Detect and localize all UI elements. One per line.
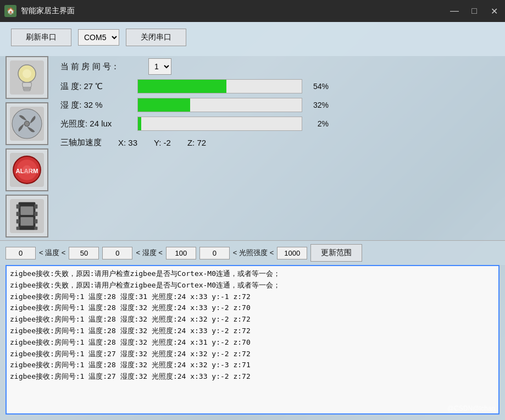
log-area[interactable]: zigbee接收:失败，原因:请用户检查zigbee是否与Cortex-M0连通… [5, 265, 500, 415]
humidity-min-input[interactable] [102, 247, 132, 259]
alarm-icon-box[interactable]: ALARM [5, 148, 48, 191]
svg-rect-11 [19, 202, 36, 230]
svg-rect-18 [35, 219, 38, 224]
temperature-progress-bg [137, 79, 302, 93]
range-controls-row: < 温度 < < 湿度 < < 光照强度 < 更新范围 [0, 240, 505, 265]
close-serial-button[interactable]: 关闭串口 [126, 29, 186, 46]
accel-label: 三轴加速度 [60, 137, 102, 148]
log-line: zigbee接收:失败，原因:请用户检查zigbee是否与Cortex-M0连通… [10, 268, 495, 280]
close-button[interactable]: ✕ [487, 4, 501, 18]
svg-rect-16 [35, 205, 38, 209]
log-line: zigbee接收:房间号:1 温度:27 湿度:32 光照度:24 x:32 y… [10, 349, 495, 360]
temperature-label: 温 度: 27 ℃ [60, 81, 132, 92]
light-range-label: < 光照强度 < [233, 248, 274, 258]
titlebar: 🏠 智能家居主界面 — □ ✕ [0, 0, 505, 22]
light-label: 光照度: 24 lux [60, 119, 132, 129]
minimize-button[interactable]: — [448, 4, 461, 18]
log-line: zigbee接收:房间号:1 温度:28 湿度:32 光照度:24 x:32 y… [10, 360, 495, 371]
temp-max-input[interactable] [69, 247, 99, 259]
log-line: zigbee接收:房间号:1 温度:28 湿度:32 光照度:24 x:33 y… [10, 325, 495, 337]
svg-rect-20 [20, 207, 33, 215]
humidity-max-input[interactable] [166, 247, 196, 259]
humidity-row: 湿 度: 32 % 32% [60, 98, 500, 112]
log-line: zigbee接收:房间号:1 温度:28 湿度:32 光照度:24 x:32 y… [10, 314, 495, 325]
svg-rect-2 [24, 89, 30, 91]
light-progress-fill [138, 117, 141, 130]
content-area: ALARM [0, 56, 505, 240]
light-min-input[interactable] [199, 247, 230, 259]
temp-min-input[interactable] [5, 247, 36, 259]
svg-point-3 [23, 69, 31, 78]
light-progress-bg [137, 117, 302, 131]
svg-rect-14 [16, 219, 20, 224]
door-icon [10, 199, 44, 233]
fan-icon [10, 107, 44, 141]
svg-point-6 [25, 121, 29, 126]
humidity-range-label: < 湿度 < [136, 248, 162, 258]
fan-icon-box[interactable] [5, 102, 48, 145]
svg-point-10 [23, 165, 32, 175]
light-row: 光照度: 24 lux 2% [60, 117, 500, 131]
log-line: zigbee接收:房间号:1 温度:28 湿度:32 光照度:24 x:31 y… [10, 337, 495, 349]
device-icons-column: ALARM [5, 56, 52, 237]
main-window: 刷新串口 COM5 COM1 COM2 COM3 COM4 关闭串口 [0, 22, 505, 420]
light-max-input[interactable] [277, 247, 307, 259]
room-row: 当 前 房 间 号： 1 2 3 4 [60, 58, 500, 75]
room-select[interactable]: 1 2 3 4 [148, 58, 171, 75]
app-icon: 🏠 [4, 5, 16, 17]
log-line: zigbee接收:房间号:1 温度:27 湿度:32 光照度:24 x:33 y… [10, 371, 495, 383]
controls-area: 刷新串口 COM5 COM1 COM2 COM3 COM4 关闭串口 [0, 22, 505, 56]
temp-range-label: < 温度 < [39, 248, 65, 258]
light-percent: 2% [308, 119, 329, 128]
humidity-percent: 32% [308, 101, 329, 109]
log-line: zigbee接收:房间号:1 温度:28 湿度:31 光照度:24 x:33 y… [10, 291, 495, 303]
log-line: zigbee接收:失败，原因:请用户检查zigbee是否与Cortex-M0连通… [10, 280, 495, 291]
humidity-label: 湿 度: 32 % [60, 100, 132, 110]
humidity-progress-bg [137, 98, 302, 112]
maximize-button[interactable]: □ [468, 4, 481, 18]
bulb-icon-box[interactable] [5, 56, 48, 99]
accel-row: 三轴加速度 X: 33 Y: -2 Z: 72 [60, 135, 500, 148]
room-label: 当 前 房 间 号： [60, 62, 143, 72]
temperature-row: 温 度: 27 ℃ 54% [60, 79, 500, 93]
data-column: 当 前 房 间 号： 1 2 3 4 温 度: 27 ℃ 54% 湿 度: 32… [52, 56, 500, 237]
accel-y: Y: -2 [154, 138, 171, 147]
temperature-percent: 54% [308, 82, 329, 91]
log-line: zigbee接收:房间号:1 温度:28 湿度:32 光照度:24 x:33 y… [10, 302, 495, 314]
com-port-select[interactable]: COM5 COM1 COM2 COM3 COM4 [78, 29, 119, 46]
svg-rect-21 [20, 217, 33, 225]
serial-controls-row: 刷新串口 COM5 COM1 COM2 COM3 COM4 关闭串口 [11, 29, 494, 46]
temperature-progress-fill [138, 80, 226, 93]
svg-rect-15 [16, 226, 20, 230]
humidity-progress-fill [138, 98, 190, 112]
svg-rect-17 [35, 212, 38, 216]
window-controls: — □ ✕ [448, 4, 501, 18]
bulb-icon [10, 60, 44, 95]
accel-x: X: 33 [118, 138, 137, 147]
alarm-icon: ALARM [10, 153, 44, 187]
svg-rect-13 [16, 212, 20, 216]
door-icon-box[interactable] [5, 195, 48, 237]
update-range-button[interactable]: 更新范围 [310, 244, 362, 262]
refresh-serial-button[interactable]: 刷新串口 [11, 29, 71, 46]
app-title: 智能家居主界面 [21, 6, 448, 16]
svg-rect-19 [35, 226, 38, 230]
accel-z: Z: 72 [187, 138, 206, 147]
svg-rect-12 [16, 205, 20, 209]
